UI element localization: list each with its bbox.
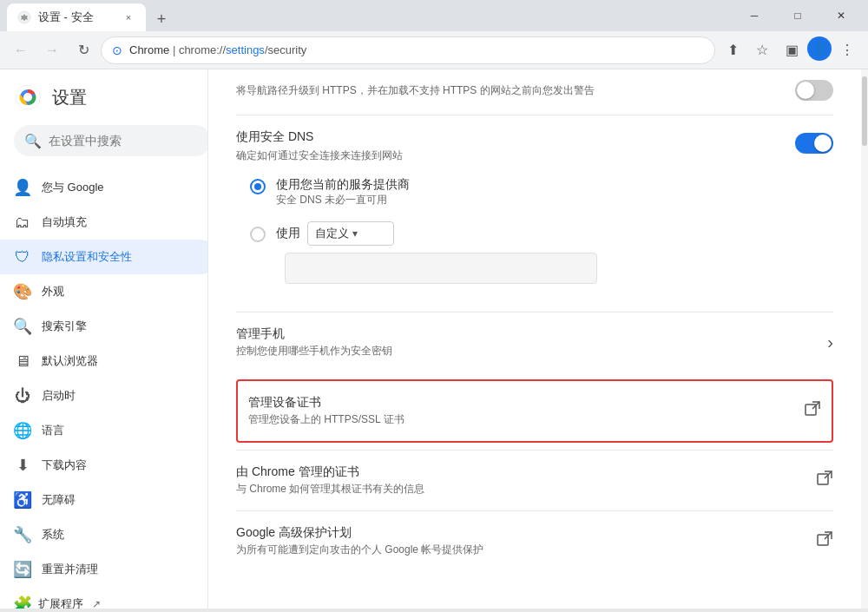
- address-bar[interactable]: ⊙ Chrome | chrome://settings/security: [101, 36, 715, 64]
- tab-close-button[interactable]: ×: [122, 10, 135, 24]
- content-scrollbar[interactable]: [861, 69, 868, 609]
- appearance-icon: 🎨: [14, 283, 31, 300]
- safe-dns-section: 使用安全 DNS 确定如何通过安全连接来连接到网站: [236, 115, 833, 312]
- content-area: 将导航路径升级到 HTTPS，并在加载不支持 HTTPS 的网站之前向您发出警告…: [208, 69, 861, 609]
- content-scrollbar-thumb: [862, 76, 867, 146]
- dns-use-label: 使用: [276, 226, 300, 241]
- status-bar: [0, 609, 868, 612]
- settings-header: 设置: [0, 76, 208, 125]
- dns-radio-custom[interactable]: 使用 自定义 ▾: [250, 214, 833, 253]
- new-tab-button[interactable]: +: [149, 7, 174, 31]
- dns-radio-current-label: 使用您当前的服务提供商 安全 DNS 未必一直可用: [276, 177, 833, 207]
- main-layout: 设置 🔍 👤 您与 Google 🗂: [0, 69, 868, 609]
- sidebar-item-search[interactable]: 🔍 搜索引擎: [0, 309, 208, 344]
- sidebar-item-autofill[interactable]: 🗂 自动填充: [0, 205, 208, 240]
- safe-dns-desc: 确定如何通过安全连接来连接到网站: [236, 148, 403, 163]
- address-separator: |: [173, 43, 179, 56]
- extensions-ext-link-icon: ↗: [92, 598, 101, 609]
- chrome-certs-section[interactable]: 由 Chrome 管理的证书 与 Chrome 如何管理其根证书有关的信息: [236, 450, 833, 510]
- chrome-certs-desc: 与 Chrome 如何管理其根证书有关的信息: [236, 482, 424, 497]
- active-tab[interactable]: 设置 - 安全 ×: [7, 3, 146, 31]
- menu-button[interactable]: ⋮: [833, 36, 861, 64]
- sidebar-item-accessibility[interactable]: ♿ 无障碍: [0, 483, 208, 517]
- language-icon: 🌐: [14, 422, 31, 439]
- address-sub: /security: [265, 43, 306, 56]
- chevron-down-icon: ▾: [352, 227, 358, 240]
- title-bar: 设置 - 安全 × + ─ □ ✕: [0, 0, 868, 31]
- svg-point-4: [23, 93, 32, 102]
- address-text: Chrome | chrome://settings/security: [129, 43, 704, 56]
- tab-area: 设置 - 安全 × +: [7, 0, 734, 31]
- sidebar-item-reset[interactable]: 🔄 重置并清理: [0, 552, 208, 587]
- reset-icon: 🔄: [14, 561, 31, 578]
- google-protection-section[interactable]: Google 高级保护计划 为所有可能遭到定向攻击的个人 Google 帐号提供…: [236, 510, 833, 571]
- dns-input-box[interactable]: [285, 253, 597, 284]
- sidebar-item-system[interactable]: 🔧 系统: [0, 517, 208, 552]
- sidebar-item-extensions[interactable]: 🧩 扩展程序 ↗: [0, 587, 208, 609]
- tab-title: 设置 - 安全: [38, 10, 115, 25]
- content-inner: 将导航路径升级到 HTTPS，并在加载不支持 HTTPS 的网站之前向您发出警告…: [208, 69, 861, 599]
- address-path: settings: [226, 43, 265, 56]
- dns-radio-current-provider[interactable]: 使用您当前的服务提供商 安全 DNS 未必一直可用: [250, 170, 833, 214]
- sidebar-item-privacy[interactable]: 🛡 隐私设置和安全性: [0, 240, 208, 274]
- google-icon: 👤: [14, 179, 31, 196]
- close-button[interactable]: ✕: [821, 2, 861, 30]
- sidebar-item-language[interactable]: 🌐 语言: [0, 413, 208, 448]
- dns-radio-custom-label: 使用 自定义 ▾: [276, 221, 833, 246]
- window-frame: 设置 - 安全 × + ─ □ ✕ ← → ↻ ⊙ Chrome | chrom…: [0, 0, 868, 612]
- safe-dns-title: 使用安全 DNS: [236, 129, 403, 145]
- safe-dns-toggle[interactable]: [795, 133, 833, 154]
- google-protection-ext-link-icon: [816, 530, 833, 552]
- bookmark-button[interactable]: ☆: [748, 36, 776, 64]
- extensions-button[interactable]: ▣: [778, 36, 806, 64]
- share-button[interactable]: ⬆: [719, 36, 746, 64]
- extensions-nav-icon: 🧩: [14, 596, 31, 609]
- address-base: Chrome: [129, 43, 169, 56]
- sidebar-item-browser[interactable]: 🖥 默认浏览器: [0, 344, 208, 378]
- manage-phone-info: 管理手机 控制您使用哪些手机作为安全密钥: [236, 326, 392, 359]
- nav-actions: ⬆ ☆ ▣ 👤 ⋮: [719, 36, 861, 64]
- search-engine-icon: 🔍: [14, 318, 31, 335]
- sidebar-item-startup[interactable]: ⏻ 启动时: [0, 378, 208, 413]
- system-icon: 🔧: [14, 526, 31, 543]
- browser-icon: 🖥: [14, 352, 31, 370]
- sidebar-inner: 设置 🔍 👤 您与 Google 🗂: [0, 76, 208, 602]
- downloads-icon: ⬇: [14, 457, 31, 474]
- dns-current-title: 使用您当前的服务提供商: [276, 177, 833, 193]
- manage-certs-ext-link-icon: [804, 400, 821, 422]
- search-bar[interactable]: 🔍: [14, 125, 208, 156]
- search-input[interactable]: [49, 134, 201, 148]
- dns-radio-custom-circle: [250, 227, 266, 242]
- chrome-certs-ext-link-icon: [816, 470, 833, 491]
- minimize-button[interactable]: ─: [734, 2, 774, 30]
- safe-dns-header: 使用安全 DNS 确定如何通过安全连接来连接到网站: [236, 129, 833, 163]
- dns-dropdown[interactable]: 自定义 ▾: [307, 221, 394, 246]
- manage-certs-title: 管理设备证书: [248, 395, 404, 411]
- sidebar-item-google[interactable]: 👤 您与 Google: [0, 170, 208, 205]
- https-warning-section: 将导航路径升级到 HTTPS，并在加载不支持 HTTPS 的网站之前向您发出警告: [236, 69, 833, 115]
- https-warning-desc: 将导航路径升级到 HTTPS，并在加载不支持 HTTPS 的网站之前向您发出警告: [236, 84, 595, 96]
- safe-dns-info: 使用安全 DNS 确定如何通过安全连接来连接到网站: [236, 129, 403, 163]
- dns-radio-current-circle: [250, 179, 266, 194]
- manage-phone-section[interactable]: 管理手机 控制您使用哪些手机作为安全密钥 ›: [236, 312, 833, 372]
- sidebar-item-appearance[interactable]: 🎨 外观: [0, 274, 208, 309]
- manage-certs-item[interactable]: 管理设备证书 管理您设备上的 HTTPS/SSL 证书: [238, 381, 832, 441]
- refresh-button[interactable]: ↻: [69, 36, 97, 64]
- nav-bar: ← → ↻ ⊙ Chrome | chrome://settings/secur…: [0, 31, 868, 69]
- window-controls: ─ □ ✕: [734, 2, 861, 30]
- accessibility-icon: ♿: [14, 491, 31, 509]
- chrome-logo: [14, 83, 42, 111]
- chrome-certs-title: 由 Chrome 管理的证书: [236, 464, 424, 480]
- content-area-wrapper: 将导航路径升级到 HTTPS，并在加载不支持 HTTPS 的网站之前向您发出警告…: [208, 69, 868, 609]
- maximize-button[interactable]: □: [778, 2, 818, 30]
- profile-button[interactable]: 👤: [807, 36, 832, 61]
- google-protection-desc: 为所有可能遭到定向攻击的个人 Google 帐号提供保护: [236, 543, 483, 557]
- settings-title: 设置: [52, 86, 87, 109]
- autofill-icon: 🗂: [14, 214, 31, 231]
- forward-button[interactable]: →: [38, 36, 66, 64]
- back-button[interactable]: ←: [7, 36, 35, 64]
- sidebar: 设置 🔍 👤 您与 Google 🗂: [0, 69, 208, 609]
- dns-dropdown-text: 自定义: [315, 226, 349, 241]
- https-warning-toggle[interactable]: [795, 80, 833, 101]
- sidebar-item-downloads[interactable]: ⬇ 下载内容: [0, 448, 208, 483]
